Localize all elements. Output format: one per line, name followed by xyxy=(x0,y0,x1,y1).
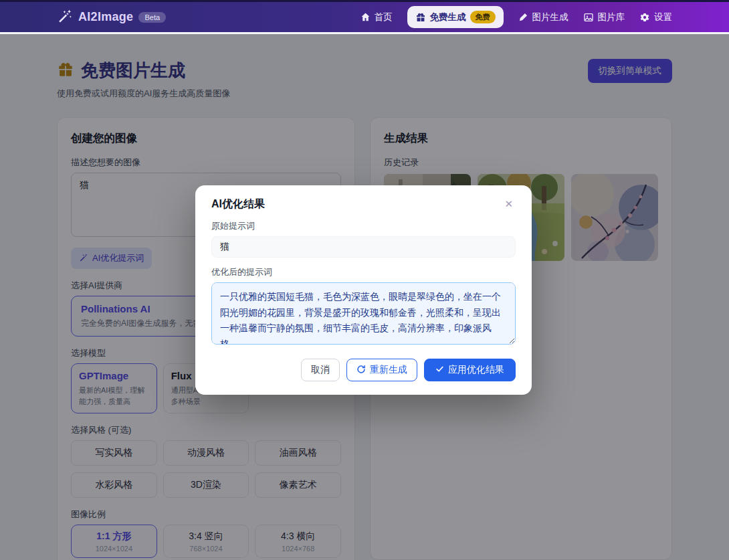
modal-title: AI优化结果 xyxy=(211,197,265,211)
app: AI2Image Beta 首页 免费生成 免费 图片生成 xyxy=(0,0,729,560)
refresh-icon xyxy=(356,365,366,376)
nav-menu: 首页 免费生成 免费 图片生成 图片库 设置 xyxy=(360,6,673,28)
nav-item-free-generate[interactable]: 免费生成 免费 xyxy=(407,6,504,28)
brush-icon xyxy=(518,12,528,22)
navbar: AI2Image Beta 首页 免费生成 免费 图片生成 xyxy=(0,0,729,32)
close-icon[interactable]: ✕ xyxy=(502,197,516,210)
original-prompt-input[interactable] xyxy=(211,236,516,258)
gift-icon xyxy=(415,12,426,23)
check-icon xyxy=(435,365,444,375)
optimized-prompt-label: 优化后的提示词 xyxy=(211,266,516,278)
home-icon xyxy=(360,12,371,22)
magic-wand-icon xyxy=(57,8,73,27)
free-badge: 免费 xyxy=(470,11,496,23)
gear-icon xyxy=(639,12,650,23)
beta-badge: Beta xyxy=(138,12,166,23)
nav-item-gallery[interactable]: 图片库 xyxy=(583,11,625,23)
optimize-result-modal: AI优化结果 ✕ 原始提示词 优化后的提示词 一只优雅的英国短毛猫，毛色为深蓝色… xyxy=(195,185,532,395)
original-prompt-label: 原始提示词 xyxy=(211,220,516,232)
apply-result-button[interactable]: 应用优化结果 xyxy=(424,359,516,381)
nav-item-image-generate[interactable]: 图片生成 xyxy=(518,11,568,23)
nav-item-settings[interactable]: 设置 xyxy=(639,11,672,23)
gallery-icon xyxy=(583,12,594,23)
brand-name: AI2Image xyxy=(78,10,133,24)
regenerate-button[interactable]: 重新生成 xyxy=(346,359,417,381)
brand[interactable]: AI2Image Beta xyxy=(57,8,166,27)
cancel-button[interactable]: 取消 xyxy=(301,359,340,381)
nav-item-home[interactable]: 首页 xyxy=(360,11,393,23)
optimized-prompt-textarea[interactable]: 一只优雅的英国短毛猫，毛色为深蓝色，眼睛是翠绿色的，坐在一个阳光明媚的花园里，背… xyxy=(211,282,516,345)
